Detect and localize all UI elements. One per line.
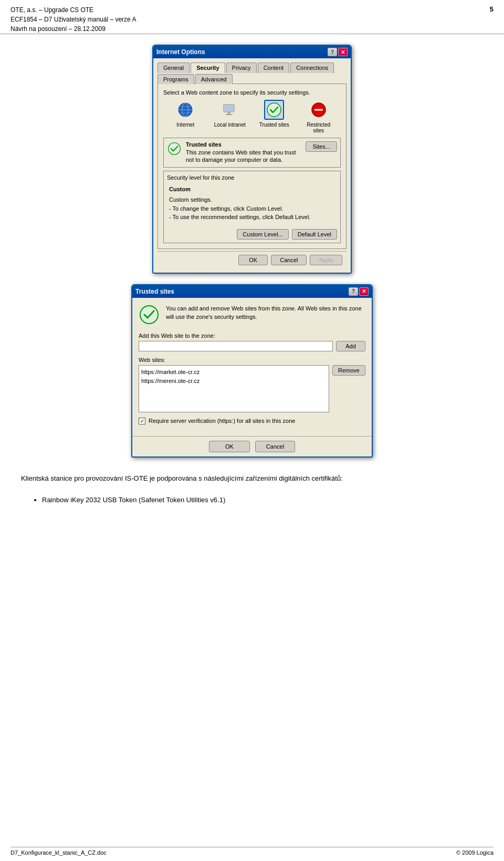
trusted-header-section: You can add and remove Web sites from th… [139, 304, 365, 325]
page-header: OTE, a.s. – Upgrade CS OTE ECF1854 – D7 … [0, 0, 504, 34]
trusted-info-text: You can add and remove Web sites from th… [166, 304, 365, 325]
close-button[interactable]: ✕ [338, 48, 348, 56]
security-desc3: - To use the recommended settings, click… [169, 213, 335, 222]
page-number: 5 [490, 5, 494, 13]
security-tab-content: Select a Web content zone to specify its… [158, 84, 346, 249]
trusted-help-button[interactable]: ? [349, 287, 358, 296]
internet-options-title: Internet Options [156, 48, 205, 56]
footer-right: © 2009 Logica [456, 849, 494, 856]
trusted-close-button[interactable]: ✕ [359, 287, 369, 296]
default-level-button[interactable]: Default Level [292, 229, 337, 240]
bullet-list: Rainbow iKey 2032 USB Token (Safenet Tok… [37, 495, 483, 506]
sites-button[interactable]: Sites... [306, 141, 337, 152]
svg-point-12 [169, 143, 181, 155]
websites-list-container: https://market.ote-cr.cz https://mereni.… [139, 365, 329, 412]
security-desc1: Custom settings. [169, 195, 335, 204]
tab-content[interactable]: Content [258, 63, 290, 73]
cancel-button[interactable]: Cancel [271, 255, 307, 265]
body-text: Klientská stanice pro provozování IS-OTE… [0, 463, 504, 520]
local-intranet-icon [222, 101, 238, 118]
trusted-sites-title: Trusted sites [186, 141, 301, 148]
svg-rect-6 [225, 106, 233, 111]
apply-button[interactable]: Apply [310, 255, 342, 265]
body-paragraph: Klientská stanice pro provozování IS-OTE… [21, 473, 483, 484]
globe-icon [177, 101, 194, 118]
add-site-label: Add this Web site to the zone: [139, 333, 365, 339]
trusted-sites-dialog: Trusted sites ? ✕ You can add and remove… [131, 284, 373, 458]
titlebar-buttons: ? ✕ [328, 48, 348, 56]
trusted-icon [266, 101, 282, 118]
main-content: Internet Options ? ✕ General Security Pr… [0, 39, 504, 463]
security-level-name: Custom [169, 185, 335, 194]
zone-restricted-sites[interactable]: Restricted sites [301, 100, 335, 133]
add-site-row: Add [139, 341, 365, 351]
custom-level-button[interactable]: Custom Level... [237, 229, 288, 240]
zone-local-intranet[interactable]: Local intranet [213, 100, 247, 133]
tabs-row: General Security Privacy Content Connect… [158, 63, 346, 84]
tab-security[interactable]: Security [191, 63, 225, 73]
zone-trusted-label: Trusted sites [259, 122, 289, 128]
svg-point-9 [267, 103, 281, 117]
require-https-label: Require server verification (https:) for… [149, 418, 295, 424]
security-desc2: - To change the settings, click Custom L… [169, 204, 335, 213]
title-line1: OTE, a.s. – Upgrade CS OTE [10, 5, 136, 15]
websites-list: https://market.ote-cr.cz https://mereni.… [139, 365, 329, 412]
trusted-dialog-body: You can add and remove Web sites from th… [132, 298, 372, 436]
add-site-section: Add this Web site to the zone: Add [139, 333, 365, 351]
trusted-info-icon [167, 141, 182, 156]
tab-connections[interactable]: Connections [290, 63, 334, 73]
zone-restricted-icon-container [309, 100, 329, 120]
svg-rect-11 [314, 109, 323, 111]
website-item-1[interactable]: https://market.ote-cr.cz [141, 368, 327, 377]
zone-internet[interactable]: Internet [169, 100, 203, 133]
footer-left: D7_Konfigurace_kl_stanic_A_CZ.doc [10, 849, 107, 856]
security-level-content: Custom Custom settings. - To change the … [167, 183, 337, 225]
zone-internet-icon-container [175, 100, 195, 120]
remove-button[interactable]: Remove [332, 365, 365, 376]
add-button[interactable]: Add [336, 341, 365, 351]
tab-general[interactable]: General [158, 63, 190, 73]
security-bottom-buttons: Custom Level... Default Level [167, 229, 337, 240]
zone-restricted-label: Restricted sites [301, 122, 335, 133]
trusted-cancel-button[interactable]: Cancel [255, 441, 295, 452]
trusted-sites-dialog-title: Trusted sites [135, 288, 174, 295]
trusted-titlebar-buttons: ? ✕ [349, 287, 369, 296]
require-https-checkbox[interactable]: ✓ [139, 418, 145, 424]
add-site-input[interactable] [139, 341, 333, 351]
zones-row: Internet Local intranet [163, 100, 341, 133]
website-item-2[interactable]: https://mereni.ote-cr.cz [141, 377, 327, 386]
zone-trusted-sites[interactable]: Trusted sites [257, 100, 291, 133]
bullet-item-1: Rainbow iKey 2032 USB Token (Safenet Tok… [42, 495, 483, 506]
page-footer: D7_Konfigurace_kl_stanic_A_CZ.doc © 2009… [10, 847, 494, 856]
security-level-title: Security level for this zone [167, 174, 337, 181]
title-line3: Návrh na posouzení – 28.12.2009 [10, 24, 136, 34]
websites-label: Web sites: [139, 357, 365, 363]
trusted-sites-desc: This zone contains Web sites that you tr… [186, 149, 301, 164]
trusted-sites-titlebar: Trusted sites ? ✕ [132, 285, 372, 298]
zone-description: Select a Web content zone to specify its… [163, 89, 341, 96]
tab-programs[interactable]: Programs [158, 74, 194, 84]
header-left: OTE, a.s. – Upgrade CS OTE ECF1854 – D7 … [10, 5, 136, 34]
svg-rect-7 [228, 112, 230, 114]
restricted-icon [310, 101, 327, 118]
trusted-dialog-buttons: OK Cancel [132, 436, 372, 457]
zone-trusted-icon-container [264, 100, 284, 120]
internet-options-titlebar: Internet Options ? ✕ [153, 46, 351, 58]
trusted-check-icon [139, 304, 160, 325]
internet-options-buttons: OK Cancel Apply [158, 251, 346, 268]
security-level-box: Security level for this zone Custom Cust… [163, 171, 341, 243]
trusted-info-box: Trusted sites This zone contains Web sit… [163, 138, 341, 168]
tab-advanced[interactable]: Advanced [195, 74, 233, 84]
svg-rect-8 [226, 114, 232, 115]
help-button[interactable]: ? [328, 48, 337, 56]
websites-row: https://market.ote-cr.cz https://mereni.… [139, 365, 365, 412]
require-https-row: ✓ Require server verification (https:) f… [139, 418, 365, 424]
zone-local-intranet-label: Local intranet [214, 122, 246, 128]
zone-internet-label: Internet [176, 122, 194, 128]
tab-privacy[interactable]: Privacy [226, 63, 257, 73]
internet-options-dialog: Internet Options ? ✕ General Security Pr… [152, 45, 352, 274]
trusted-ok-button[interactable]: OK [209, 441, 250, 452]
svg-point-13 [140, 306, 158, 324]
zone-local-intranet-icon-container [220, 100, 240, 120]
ok-button[interactable]: OK [238, 255, 268, 265]
